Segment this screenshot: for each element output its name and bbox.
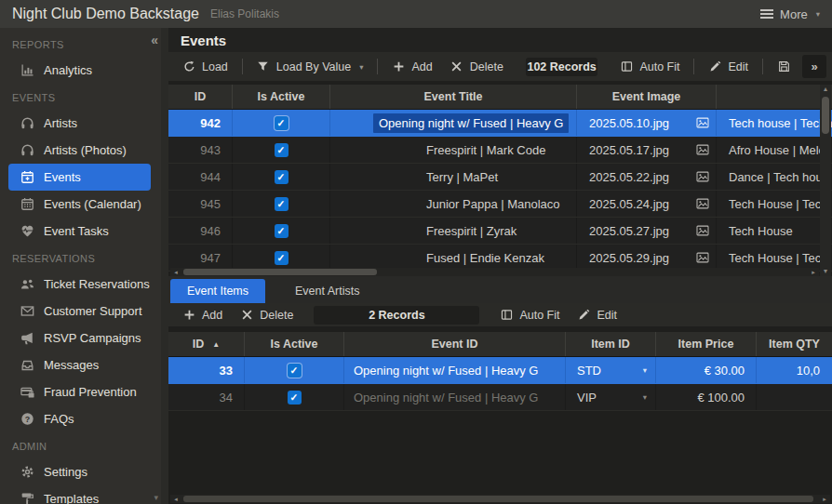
scroll-left-icon[interactable]: ◂ — [170, 495, 181, 503]
cell-item-id-dropdown[interactable]: VIP ▾ — [566, 384, 656, 410]
sidebar-item-label: Settings — [44, 465, 87, 479]
column-header[interactable] — [717, 85, 832, 109]
sidebar-item-label: Messages — [44, 358, 99, 372]
sidebar-scroll-down-icon[interactable]: ▾ — [154, 493, 158, 502]
sidebar-item[interactable]: Settings — [8, 458, 151, 485]
events-horizontal-scrollbar[interactable]: ◂ ▸ — [170, 268, 819, 276]
cell-is-active: ✓ — [233, 110, 330, 136]
event-row[interactable]: 945 ✓ Junior Pappa | Manolaco 2025.05.24… — [168, 191, 832, 218]
edit-button[interactable]: Edit — [569, 303, 625, 326]
scroll-down-icon[interactable]: ▾ — [824, 267, 827, 276]
cell-event-title[interactable]: Freespirit | Zyrak — [330, 218, 577, 244]
more-menu-button[interactable]: More ▾ — [760, 7, 820, 21]
column-header[interactable]: Item QTY ▲ — [757, 332, 832, 356]
checkbox[interactable]: ✓ — [275, 224, 289, 238]
event-row[interactable]: 946 ✓ Freespirit | Zyrak 2025.05.27.jpg — [168, 218, 832, 245]
sidebar-item[interactable]: Events (Calendar) — [8, 191, 151, 218]
column-header[interactable]: ID ▲ — [168, 332, 245, 356]
cell-item-id-dropdown[interactable]: STD ▾ — [566, 357, 656, 383]
delete-button[interactable]: Delete — [232, 303, 302, 326]
sidebar-item[interactable]: Ticket Reservations — [8, 271, 151, 298]
toolbar-separator — [377, 59, 378, 74]
bottom-horizontal-scrollbar[interactable]: ◂ ▸ — [170, 495, 830, 503]
tab[interactable]: Event Items — [170, 279, 265, 303]
sidebar-item-label: Artists — [44, 116, 77, 130]
event-item-row[interactable]: 33 ✓ Opening night w/ Fused | Heavy G ST… — [168, 357, 832, 384]
sidebar-item[interactable]: Fraud Prevention — [8, 378, 151, 405]
sidebar-item[interactable]: ? FAQs — [8, 405, 151, 432]
add-button[interactable]: Add — [174, 303, 231, 326]
cell-event-title[interactable]: Junior Pappa | Manolaco — [330, 191, 577, 217]
image-icon[interactable] — [696, 252, 709, 263]
sidebar-item[interactable]: RSVP Campaigns — [8, 325, 151, 351]
column-header[interactable]: Item Price ▲ — [656, 332, 757, 356]
sidebar-item[interactable]: Analytics — [8, 57, 151, 84]
vertical-scrollbar[interactable]: ▴ ▾ — [820, 85, 831, 276]
detail-tabs: Event Items Event Artists — [168, 276, 832, 303]
column-header[interactable]: Is Active — [233, 85, 330, 109]
sidebar-item[interactable]: Messages — [8, 351, 151, 378]
toolbar-overflow-button[interactable]: » — [802, 55, 826, 78]
column-header[interactable]: Item ID ▲ — [566, 332, 656, 356]
cell-event-title[interactable]: Opening night w/ Fused | Heavy G — [330, 110, 577, 136]
pencil-icon — [577, 309, 590, 322]
event-row[interactable]: 943 ✓ Freespirit | Mark Code 2025.05.17.… — [168, 137, 832, 164]
checkbox[interactable]: ✓ — [288, 391, 302, 405]
calendar-plus-icon — [20, 170, 34, 185]
filter-icon — [257, 60, 270, 73]
image-icon[interactable] — [696, 198, 709, 209]
load-button[interactable]: Load — [174, 55, 236, 78]
checkbox[interactable]: ✓ — [275, 170, 289, 184]
checkbox[interactable]: ✓ — [275, 197, 289, 211]
event-row[interactable]: 942 ✓ Opening night w/ Fused | Heavy G 2… — [168, 110, 832, 137]
horizontal-scrollbar-thumb[interactable] — [183, 496, 813, 502]
sidebar-splitter[interactable] — [161, 28, 168, 504]
image-icon[interactable] — [696, 144, 709, 155]
scroll-left-icon[interactable]: ◂ — [170, 268, 181, 276]
auto-fit-button[interactable]: Auto Fit — [611, 55, 688, 78]
cell-is-active: ✓ — [233, 191, 330, 217]
checkbox[interactable]: ✓ — [288, 364, 302, 378]
tab[interactable]: Event Artists — [278, 279, 376, 303]
auto-fit-button[interactable]: Auto Fit — [491, 303, 568, 326]
image-icon[interactable] — [696, 171, 709, 182]
checkbox[interactable]: ✓ — [275, 143, 289, 157]
column-header[interactable]: Event ID ▲ — [344, 332, 566, 356]
delete-button[interactable]: Delete — [442, 55, 512, 78]
column-header[interactable]: ID — [168, 85, 233, 109]
sidebar-item[interactable]: Templates — [8, 485, 151, 504]
cell-event-title[interactable]: Freespirit | Mark Code — [330, 137, 577, 163]
sidebar-item[interactable]: Artists — [8, 110, 151, 137]
cell-id: 943 — [168, 137, 233, 163]
vertical-scrollbar-thumb[interactable] — [822, 97, 829, 134]
sidebar-item[interactable]: Customer Support — [8, 298, 151, 325]
event-row[interactable]: 944 ✓ Terry | MaPet 2025.05.22.jpg — [168, 164, 832, 191]
sidebar-item[interactable]: Artists (Photos) — [8, 137, 151, 164]
load-by-value-button[interactable]: Load By Value ▾ — [248, 55, 372, 78]
cell-event-title[interactable]: Terry | MaPet — [330, 164, 577, 190]
save-button[interactable] — [769, 55, 798, 78]
sidebar-item-label: Ticket Reservations — [44, 277, 150, 291]
column-header[interactable]: Is Active ▲ — [245, 332, 344, 356]
sidebar-item[interactable]: Events — [8, 164, 151, 191]
column-header[interactable]: Event Image — [577, 85, 717, 109]
check-icon: ✓ — [277, 172, 286, 182]
column-header[interactable]: Event Title — [330, 85, 577, 109]
cell-event-title[interactable]: Fused | Endie Kenzak — [330, 245, 577, 271]
scroll-right-icon[interactable]: ▸ — [808, 268, 819, 276]
collapse-sidebar-button[interactable]: « — [151, 33, 158, 47]
event-item-row[interactable]: 34 ✓ Opening night w/ Fused | Heavy G VI… — [168, 384, 832, 411]
check-icon: ✓ — [290, 392, 299, 403]
toolbar-separator — [242, 59, 243, 74]
scroll-right-icon[interactable]: ▸ — [819, 495, 830, 503]
edit-button[interactable]: Edit — [700, 55, 757, 78]
horizontal-scrollbar-thumb[interactable] — [183, 269, 377, 275]
checkbox[interactable]: ✓ — [275, 116, 289, 130]
sidebar-item[interactable]: Event Tasks — [8, 218, 151, 245]
image-icon[interactable] — [696, 117, 709, 128]
scroll-up-icon[interactable]: ▴ — [824, 85, 827, 94]
add-button[interactable]: Add — [383, 55, 440, 78]
image-icon[interactable] — [696, 225, 709, 236]
heart-pulse-icon — [20, 224, 34, 239]
checkbox[interactable]: ✓ — [275, 251, 289, 265]
